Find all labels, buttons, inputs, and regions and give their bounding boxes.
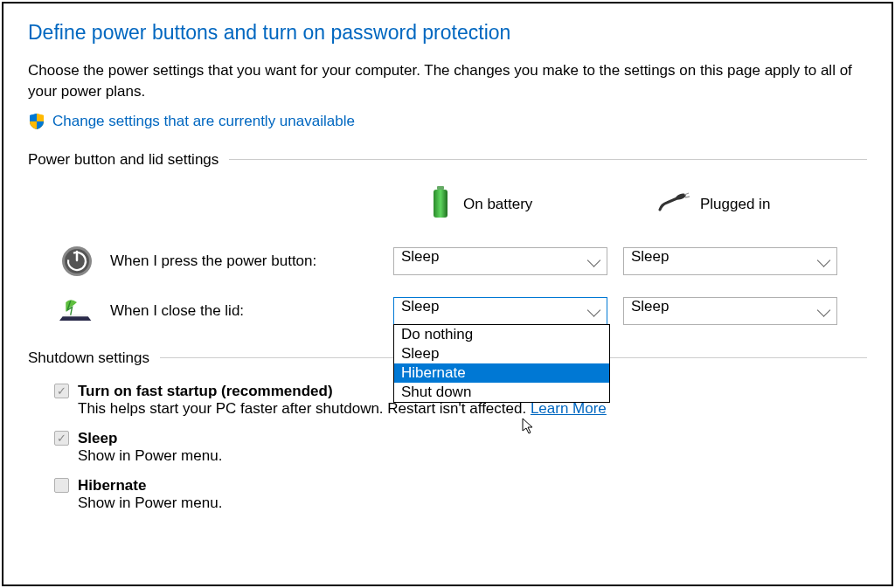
change-settings-row: Change settings that are currently unava… bbox=[28, 113, 867, 130]
dropdown-option[interactable]: Do nothing bbox=[394, 325, 609, 344]
close-lid-battery-dropdown: Do nothing Sleep Hibernate Shut down bbox=[393, 324, 610, 403]
battery-icon bbox=[428, 184, 453, 225]
dropdown-option[interactable]: Shut down bbox=[394, 383, 609, 402]
setting-hibernate: Hibernate Show in Power menu. bbox=[28, 477, 867, 512]
svg-line-3 bbox=[684, 193, 689, 195]
svg-rect-0 bbox=[437, 186, 444, 190]
power-button-battery-select[interactable]: Sleep bbox=[393, 247, 607, 275]
svg-line-4 bbox=[685, 197, 690, 197]
close-lid-battery-select[interactable]: Sleep Do nothing Sleep Hibernate Shut do… bbox=[393, 297, 607, 325]
hibernate-checkbox[interactable] bbox=[54, 478, 69, 493]
column-header-battery: On battery bbox=[393, 184, 607, 225]
close-lid-plugged-select[interactable]: Sleep bbox=[623, 297, 837, 325]
uac-shield-icon bbox=[28, 113, 45, 130]
power-options-window: Define power buttons and turn on passwor… bbox=[2, 2, 893, 586]
fast-startup-checkbox[interactable] bbox=[54, 384, 69, 398]
section-header-buttons-lid: Power button and lid settings bbox=[28, 151, 867, 169]
page-description: Choose the power settings that you want … bbox=[28, 60, 867, 102]
page-title: Define power buttons and turn on passwor… bbox=[28, 21, 867, 45]
plug-icon bbox=[658, 192, 690, 218]
row-label-close-lid: When I close the lid: bbox=[28, 298, 378, 324]
sleep-checkbox[interactable] bbox=[54, 431, 69, 446]
power-lid-grid: On battery Plugged in bbox=[28, 184, 867, 325]
power-button-plugged-select[interactable]: Sleep bbox=[623, 247, 837, 275]
svg-rect-1 bbox=[434, 190, 448, 218]
dropdown-option[interactable]: Sleep bbox=[394, 344, 609, 363]
setting-sleep: Sleep Show in Power menu. bbox=[28, 430, 867, 465]
dropdown-option[interactable]: Hibernate bbox=[394, 363, 609, 383]
row-label-power-button: When I press the power button: bbox=[28, 245, 378, 278]
power-button-icon bbox=[59, 245, 94, 278]
change-settings-link[interactable]: Change settings that are currently unava… bbox=[52, 113, 355, 130]
laptop-lid-icon bbox=[59, 298, 94, 324]
column-header-plugged: Plugged in bbox=[623, 192, 837, 218]
